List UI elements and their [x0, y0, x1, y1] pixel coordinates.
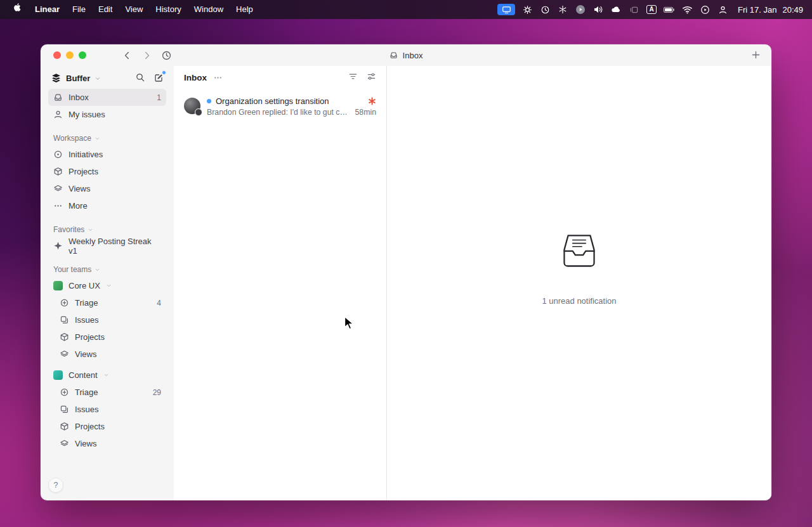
window-title: Inbox: [390, 44, 423, 66]
sidebar-item-label: Projects: [75, 332, 105, 342]
team-content-issues[interactable]: Issues: [55, 401, 166, 418]
inbox-list-panel: Inbox Orga: [174, 66, 387, 500]
arrow-right-icon: [141, 50, 152, 61]
battery-icon: [663, 5, 676, 15]
notification-preview: Brandon Green replied: I'd like to gut c…: [207, 108, 350, 117]
sidebar-item-more[interactable]: More: [48, 197, 166, 214]
inbox-icon: [53, 93, 63, 102]
help-button[interactable]: ?: [48, 478, 63, 493]
media-play-menu[interactable]: [573, 0, 588, 19]
stage-manager-icon: [629, 5, 639, 15]
menu-history[interactable]: History: [149, 0, 187, 19]
gear-icon: [523, 5, 532, 15]
sidebar-item-label: Issues: [75, 405, 99, 414]
now-playing-menu[interactable]: [697, 0, 712, 19]
projects-icon: [60, 422, 69, 431]
issues-icon: [60, 405, 69, 414]
team-core-ux-projects[interactable]: Projects: [55, 329, 166, 346]
team-content-projects[interactable]: Projects: [55, 418, 166, 435]
chevron-down-icon: [106, 283, 112, 289]
apple-menu[interactable]: [6, 0, 29, 19]
issues-icon: [60, 315, 69, 325]
new-tab-button[interactable]: [750, 49, 761, 63]
user-icon: [718, 5, 728, 15]
user-switch-menu[interactable]: [715, 0, 730, 19]
search-icon: [135, 72, 145, 82]
ellipsis-icon: [213, 73, 223, 82]
sidebar-item-label: Views: [69, 184, 90, 193]
sidebar-item-label: Projects: [75, 422, 105, 431]
initiatives-icon: [53, 150, 63, 159]
volume-menu[interactable]: [591, 0, 606, 19]
triage-icon: [60, 387, 69, 397]
menu-edit[interactable]: Edit: [92, 0, 119, 19]
chevron-down-icon: [88, 227, 93, 233]
section-your-teams[interactable]: Your teams: [48, 265, 166, 274]
sidebar-item-label: Views: [75, 349, 96, 359]
menubar-app-name[interactable]: Linear: [29, 0, 66, 19]
team-core-ux-triage[interactable]: Triage 4: [55, 294, 166, 311]
clock-menu[interactable]: [537, 0, 553, 19]
notification-dot: [162, 70, 166, 75]
buffer-logo-icon: [51, 73, 62, 84]
menu-view[interactable]: View: [119, 0, 149, 19]
screen-mirroring-indicator[interactable]: [497, 4, 515, 15]
projects-icon: [53, 167, 63, 176]
notification-item[interactable]: Organization settings transition Brandon…: [179, 91, 381, 122]
section-workspace[interactable]: Workspace: [48, 134, 166, 143]
team-core-ux-views[interactable]: Views: [55, 346, 166, 363]
sliders-icon: [367, 72, 376, 81]
play-circle-filled-icon: [575, 4, 586, 15]
chevron-down-icon: [95, 136, 100, 141]
main-content: Inbox Orga: [174, 66, 771, 500]
wifi-menu[interactable]: [679, 0, 695, 19]
snowflake-menu[interactable]: [555, 0, 570, 19]
sidebar-item-favorite-view[interactable]: Weekly Posting Streak v1: [48, 237, 166, 254]
input-source-icon: A: [646, 5, 656, 14]
sidebar-item-projects[interactable]: Projects: [48, 163, 166, 180]
notification-time: 58min: [355, 108, 377, 117]
team-content[interactable]: Content: [48, 367, 166, 384]
team-core-ux[interactable]: Core UX: [48, 277, 166, 294]
menubar-clock[interactable]: Fri 17. Jan 20:49: [738, 5, 803, 15]
menu-file[interactable]: File: [66, 0, 92, 19]
display-options-button[interactable]: [367, 72, 376, 84]
views-icon: [60, 349, 69, 359]
menu-window[interactable]: Window: [188, 0, 230, 19]
sidebar-item-inbox[interactable]: Inbox 1: [48, 89, 166, 106]
section-favorites[interactable]: Favorites: [48, 225, 166, 234]
input-source-menu[interactable]: A: [644, 0, 659, 19]
settings-gear-menu[interactable]: [520, 0, 535, 19]
filter-button[interactable]: [348, 72, 358, 84]
window-titlebar: Inbox: [41, 44, 771, 66]
battery-menu[interactable]: [662, 0, 677, 19]
zoom-window-button[interactable]: [79, 51, 86, 59]
sidebar-item-label: Initiatives: [69, 150, 103, 159]
stage-manager-menu[interactable]: [626, 0, 641, 19]
recent-issues-button[interactable]: [161, 50, 172, 61]
workspace-switcher[interactable]: Buffer: [48, 67, 166, 89]
cloud-menu[interactable]: [608, 0, 624, 19]
search-button[interactable]: [135, 72, 145, 84]
sidebar-item-views[interactable]: Views: [48, 180, 166, 197]
section-label-text: Workspace: [53, 134, 91, 143]
team-content-views[interactable]: Views: [55, 435, 166, 452]
sidebar-item-initiatives[interactable]: Initiatives: [48, 146, 166, 163]
team-name: Content: [69, 370, 98, 380]
forward-button[interactable]: [141, 50, 152, 61]
new-issue-button[interactable]: [154, 73, 164, 83]
filter-icon: [348, 72, 358, 81]
minimize-window-button[interactable]: [66, 51, 74, 59]
team-core-ux-icon: [53, 281, 63, 290]
team-core-ux-issues[interactable]: Issues: [55, 311, 166, 329]
menubar-time: 20:49: [782, 5, 803, 15]
linear-window: Inbox Buffer Inbox: [41, 44, 771, 500]
back-button[interactable]: [122, 50, 133, 61]
play-circle-icon: [700, 5, 710, 15]
inbox-more-button[interactable]: [213, 73, 223, 82]
menu-help[interactable]: Help: [230, 0, 259, 19]
close-window-button[interactable]: [53, 51, 61, 59]
window-title-text: Inbox: [403, 51, 423, 60]
team-content-triage[interactable]: Triage 29: [55, 384, 166, 401]
sidebar-item-my-issues[interactable]: My issues: [48, 106, 166, 123]
